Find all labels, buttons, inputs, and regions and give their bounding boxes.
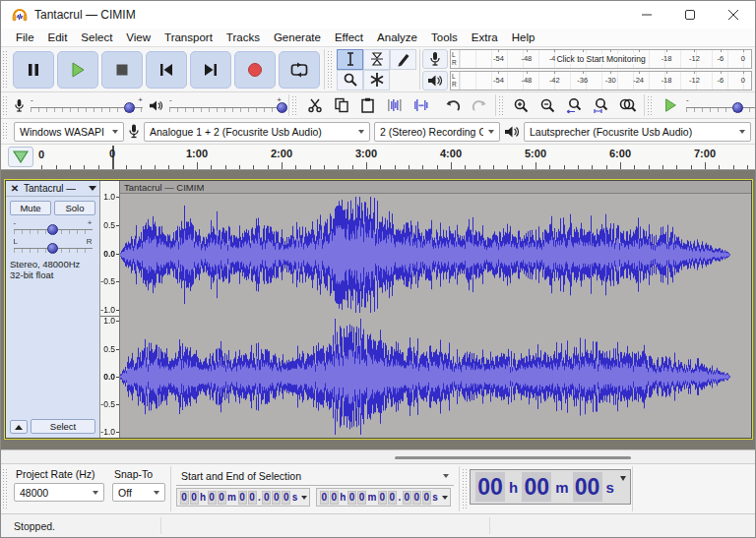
track-close-button[interactable]: ✕: [9, 183, 21, 194]
chevron-down-icon: [488, 130, 494, 134]
tools-toolbar-grip[interactable]: [327, 50, 334, 89]
menu-generate[interactable]: Generate: [267, 30, 328, 45]
paste-button[interactable]: [355, 94, 380, 116]
project-rate-dropdown[interactable]: 48000: [14, 483, 104, 502]
audio-position-counter[interactable]: 00h00m00s: [470, 469, 631, 505]
track-select-button[interactable]: Select: [31, 419, 95, 434]
track-title[interactable]: Tantacrul —: [24, 183, 76, 194]
device-toolbar-grip[interactable]: [2, 122, 9, 141]
recording-device-dropdown[interactable]: Analogue 1 + 2 (Focusrite Usb Audio): [144, 122, 370, 142]
selection-end-counter[interactable]: 00h00m00.000s: [316, 488, 450, 507]
undo-button[interactable]: [440, 94, 465, 116]
close-button[interactable]: [712, 1, 755, 29]
waveform-channel-right[interactable]: [120, 316, 751, 438]
copy-button[interactable]: [329, 94, 353, 116]
transport-toolbar: [10, 47, 323, 91]
maximize-button[interactable]: [668, 1, 712, 29]
silence-audio-button[interactable]: [409, 94, 433, 116]
play-speed-slider[interactable]: -+: [684, 95, 756, 115]
snap-to-label: Snap-To: [112, 467, 165, 483]
menu-file[interactable]: File: [9, 30, 41, 45]
play-button[interactable]: [57, 51, 98, 89]
envelope-tool-button[interactable]: [363, 49, 390, 70]
menu-view[interactable]: View: [119, 30, 158, 45]
stop-button[interactable]: [101, 51, 143, 89]
chevron-down-icon: [739, 130, 745, 134]
selection-start-counter[interactable]: 00h00m00.000s: [176, 488, 310, 507]
device-toolbar: Windows WASAPI Analogue 1 + 2 (Focusrite…: [10, 119, 755, 144]
playback-meter-scale[interactable]: LR -54-48-42-36-30-24-18-12-60: [450, 71, 752, 90]
speaker-icon[interactable]: [422, 71, 448, 90]
gain-slider[interactable]: -+: [12, 218, 94, 236]
vertical-ruler[interactable]: 1.00.50.0-0.5-1.0 1.00.50.0-0.5-1.0: [100, 181, 120, 438]
zoom-out-button[interactable]: [536, 94, 560, 116]
menu-select[interactable]: Select: [74, 30, 119, 45]
playback-volume-icon: [149, 99, 163, 112]
horizontal-scrollbar[interactable]: [1, 449, 755, 463]
status-text: Stopped.: [1, 520, 55, 532]
skip-to-start-button[interactable]: [146, 51, 187, 89]
microphone-icon[interactable]: [422, 49, 448, 69]
audio-host-dropdown[interactable]: Windows WASAPI: [14, 122, 124, 142]
clip-title-bar[interactable]: Tantacrul — CIMIM: [120, 181, 751, 194]
menu-tools[interactable]: Tools: [424, 30, 465, 45]
recording-channels-dropdown[interactable]: 2 (Stereo) Recording Channels: [374, 122, 500, 142]
toolbar-row-transport: LR -54-48-42-36-30-24-18-12-60 Click to …: [1, 47, 755, 92]
pan-slider[interactable]: LR: [12, 237, 94, 255]
record-button[interactable]: [234, 51, 276, 89]
selection-toolbar-grip[interactable]: [2, 468, 9, 509]
loop-button[interactable]: [279, 51, 320, 89]
pinned-playhead-button[interactable]: [8, 147, 33, 167]
zoom-toolbar-grip[interactable]: [498, 95, 505, 115]
zoom-selection-button[interactable]: [562, 94, 587, 116]
track-menu-caret-icon[interactable]: [89, 186, 96, 191]
menu-edit[interactable]: Edit: [41, 30, 75, 45]
recording-meter-scale[interactable]: LR -54-48-42-36-30-24-18-12-60 Click to …: [450, 49, 752, 69]
fit-project-button[interactable]: [589, 94, 613, 116]
toolbar-row-edit: -+ -+: [1, 92, 755, 119]
waveform-channel-left[interactable]: [120, 194, 751, 316]
timeline-ruler[interactable]: 0 01:002:003:004:005:006:007:00: [1, 145, 755, 170]
recording-volume-slider[interactable]: -+: [29, 95, 145, 115]
playback-volume-thumb[interactable]: [277, 102, 287, 113]
mixer-toolbar-grip[interactable]: [2, 95, 9, 115]
track-area[interactable]: ✕ Tantacrul — Mute Solo -+ LR: [1, 170, 755, 449]
time-toolbar-grip[interactable]: [462, 468, 469, 509]
menu-help[interactable]: Help: [505, 30, 542, 45]
recording-volume-thumb[interactable]: [124, 102, 135, 113]
track-header: ✕ Tantacrul —: [6, 181, 99, 197]
mute-button[interactable]: Mute: [10, 201, 51, 215]
monitoring-hint[interactable]: Click to Start Monitoring: [554, 54, 647, 64]
selection-mode-dropdown[interactable]: Start and End of Selection: [176, 467, 454, 486]
transport-toolbar-grip[interactable]: [2, 50, 9, 89]
zoom-toggle-button[interactable]: [615, 94, 640, 116]
cut-button[interactable]: [302, 94, 327, 116]
snap-to-dropdown[interactable]: Off: [112, 483, 165, 502]
meter-toolbars: LR -54-48-42-36-30-24-18-12-60 Click to …: [421, 47, 755, 91]
selection-tool-button[interactable]: [337, 49, 363, 70]
scrollbar-thumb[interactable]: [395, 456, 631, 459]
menu-effect[interactable]: Effect: [328, 30, 370, 45]
menu-transport[interactable]: Transport: [158, 30, 220, 45]
play-at-speed-grip[interactable]: [647, 95, 654, 115]
solo-button[interactable]: Solo: [54, 201, 95, 215]
redo-button[interactable]: [467, 94, 491, 116]
edit-toolbar-grip[interactable]: [291, 95, 298, 115]
pause-button[interactable]: [13, 51, 54, 89]
menu-analyze[interactable]: Analyze: [370, 30, 424, 45]
collapse-track-button[interactable]: [10, 420, 28, 434]
draw-tool-button[interactable]: [390, 49, 416, 70]
multi-tool-button[interactable]: [363, 70, 390, 90]
menu-extra[interactable]: Extra: [465, 30, 505, 45]
menu-tracks[interactable]: Tracks: [220, 30, 267, 45]
recording-meter: LR -54-48-42-36-30-24-18-12-60 Click to …: [422, 48, 752, 69]
zoom-tool-button[interactable]: [337, 70, 363, 90]
trim-audio-button[interactable]: [382, 94, 407, 116]
playback-volume-slider[interactable]: -+: [167, 95, 284, 115]
zoom-in-button[interactable]: [509, 94, 534, 116]
minimize-button[interactable]: [625, 1, 668, 29]
chevron-down-icon: [112, 130, 118, 134]
skip-to-end-button[interactable]: [190, 51, 231, 89]
play-at-speed-button[interactable]: [658, 94, 682, 116]
playback-device-dropdown[interactable]: Lautsprecher (Focusrite Usb Audio): [524, 122, 751, 142]
